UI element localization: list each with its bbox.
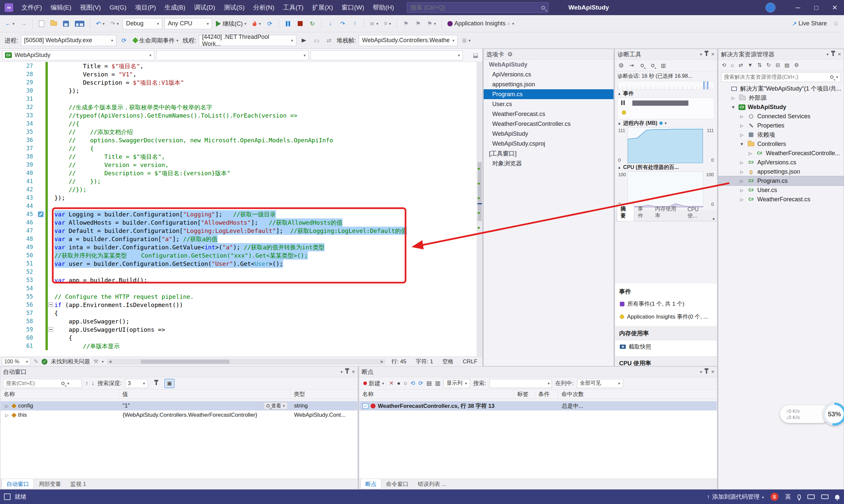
breakpoints-search-input[interactable] bbox=[492, 380, 545, 386]
keyboard-icon[interactable] bbox=[807, 494, 815, 499]
tree-item-WeatherForecastControlle...[interactable]: ▷C#WeatherForecastControlle... bbox=[718, 148, 844, 158]
tree-item-外部源[interactable]: ▷外部源 bbox=[718, 93, 844, 103]
zoom-dropdown[interactable]: 100 %▾ bbox=[2, 358, 30, 366]
scroll-left-arrow[interactable]: ◀ bbox=[107, 359, 113, 364]
undo-button[interactable]: ↶▾ bbox=[94, 18, 106, 30]
memory-chart[interactable] bbox=[627, 127, 703, 163]
in-column-dropdown[interactable]: 全部可见▾ bbox=[577, 379, 623, 388]
search-next-icon[interactable]: ↓ bbox=[92, 380, 94, 387]
zoom-out-icon[interactable] bbox=[650, 62, 656, 69]
line-indicator[interactable]: 行: 45 bbox=[389, 358, 409, 365]
memory-usage-circle[interactable]: 53% bbox=[823, 402, 844, 426]
events-track[interactable] bbox=[618, 97, 714, 119]
breakpoint-row[interactable]: ✓WeatherForecastController.cs, 行 38 字符 1… bbox=[359, 401, 717, 411]
expander-icon[interactable]: ▷ bbox=[739, 160, 745, 165]
vertical-tab-对象浏览器[interactable]: 对象浏览器 bbox=[484, 159, 614, 168]
editor-vertical-scrollbar[interactable] bbox=[477, 62, 482, 356]
code-text[interactable]: //{ bbox=[54, 120, 80, 128]
sogou-input-icon[interactable]: S bbox=[771, 493, 778, 501]
switch-views-icon[interactable]: ⇄ bbox=[739, 62, 743, 68]
autos-search-box[interactable]: ▾ bbox=[3, 379, 82, 388]
delete-breakpoint-icon[interactable]: ✕ bbox=[389, 380, 394, 387]
breakpoint-checkbox[interactable]: ✓ bbox=[363, 403, 368, 409]
close-icon[interactable]: × bbox=[711, 51, 714, 57]
minimize-button[interactable]: ─ bbox=[789, 0, 807, 15]
scroll-right-arrow[interactable]: ▶ bbox=[379, 359, 385, 364]
diag-tab-内存使用率[interactable]: 内存使用率 bbox=[652, 203, 684, 221]
menu-item-项目(P)[interactable]: 项目(P) bbox=[131, 0, 160, 15]
zoom-in-icon[interactable] bbox=[639, 62, 645, 69]
solution-configuration-dropdown[interactable]: Debug▾ bbox=[123, 18, 162, 29]
code-text[interactable]: // Configure the HTTP request pipeline. bbox=[54, 292, 194, 301]
settings-gear-icon[interactable]: ⚙ bbox=[618, 62, 624, 69]
feedback-button[interactable]: ☺ bbox=[831, 18, 841, 30]
code-text[interactable]: var inta = builder.Configuration.GetValu… bbox=[54, 243, 324, 251]
ime-indicator[interactable]: 英 bbox=[785, 493, 791, 501]
menu-item-分析(N)[interactable]: 分析(N) bbox=[249, 0, 279, 15]
menu-item-生成(B)[interactable]: 生成(B) bbox=[160, 0, 190, 15]
interactive-window-icon[interactable]: ✎ bbox=[34, 358, 38, 365]
bottom-tab-自动窗口[interactable]: 自动窗口 bbox=[2, 479, 34, 489]
test-explorer-button[interactable]: ≡▾ bbox=[382, 18, 393, 30]
expander-icon[interactable]: ▷ bbox=[4, 403, 10, 409]
member-dropdown[interactable]: ▾ bbox=[311, 50, 463, 60]
solution-platform-dropdown[interactable]: Any CPU▾ bbox=[165, 18, 212, 29]
restart-button[interactable]: ↻ bbox=[307, 18, 317, 30]
cpu-section-header[interactable]: ▲CPU (所有处理器的百... bbox=[615, 163, 717, 171]
app-insights-events-link[interactable]: Application Insights 事件(0 个, ... bbox=[615, 310, 717, 323]
code-text[interactable]: // //添加文档介绍 bbox=[54, 128, 133, 136]
back-icon[interactable]: ⟲ bbox=[722, 62, 726, 68]
bottom-tab-监视 1[interactable]: 监视 1 bbox=[66, 479, 91, 489]
stop-debugging-button[interactable] bbox=[295, 18, 305, 30]
code-text[interactable]: //生成多个版本显示，获取枚举类中的每个枚举的名字 bbox=[54, 103, 212, 111]
code-text[interactable]: //获取并序列化为某某类型 Configuration.GetSection("… bbox=[54, 251, 308, 259]
toolbar-options-button[interactable]: ≣▾ bbox=[460, 35, 472, 47]
code-text[interactable]: // }); bbox=[54, 177, 101, 185]
solution-search-input[interactable] bbox=[724, 74, 828, 80]
go-to-disassembly-icon[interactable]: ▥ bbox=[435, 380, 440, 387]
bottom-tab-局部变量[interactable]: 局部变量 bbox=[34, 479, 66, 489]
code-text[interactable]: Description = $"项目名:V1版本" bbox=[54, 78, 184, 87]
pin-values-icon[interactable] bbox=[151, 379, 161, 388]
speed-widget[interactable]: ↑0 K/s ↓0 K/s 53% bbox=[780, 402, 844, 426]
step-into-button[interactable]: ↓ bbox=[325, 18, 335, 30]
column-name[interactable]: 名称 bbox=[0, 390, 119, 399]
disable-all-icon[interactable]: ● bbox=[397, 380, 400, 387]
previous-frame-button[interactable]: ⇄ bbox=[324, 35, 334, 47]
vertical-tab-WeatherForecast.cs[interactable]: WeatherForecast.cs bbox=[484, 109, 614, 119]
new-breakpoint-button[interactable]: 新建▾ bbox=[362, 379, 386, 388]
code-text[interactable]: // Title = $"项目名", bbox=[54, 152, 165, 161]
enable-all-icon[interactable]: ○ bbox=[404, 380, 407, 387]
export-breakpoints-icon[interactable]: ⟲ bbox=[411, 380, 415, 387]
tree-item-User.cs[interactable]: ▷C#User.cs bbox=[718, 185, 844, 195]
expander-icon[interactable]: ▷ bbox=[739, 197, 745, 202]
search-depth-dropdown[interactable]: 3▾ bbox=[125, 379, 148, 388]
column-condition[interactable]: 条件 bbox=[535, 390, 558, 399]
timeline-ruler[interactable] bbox=[618, 81, 714, 90]
code-text[interactable]: var Logging = builder.Configuration["Log… bbox=[54, 210, 276, 218]
timeline-selection[interactable] bbox=[704, 82, 708, 89]
flag-threads-button[interactable] bbox=[299, 35, 309, 47]
refresh-icon[interactable]: ↻ bbox=[767, 62, 771, 68]
split-window-button[interactable]: ⬓ bbox=[470, 49, 480, 61]
apply-code-changes-button[interactable]: ⟳ bbox=[265, 18, 275, 30]
expander-icon[interactable]: ▷ bbox=[739, 114, 745, 119]
step-over-button[interactable]: ↷ bbox=[338, 18, 347, 30]
code-text[interactable]: var user = builder.Configuration.GetSect… bbox=[54, 259, 283, 268]
show-columns-dropdown[interactable]: 显示列▾ bbox=[444, 379, 470, 388]
window-position-icon[interactable]: ▾ bbox=[341, 370, 343, 374]
menu-item-扩展(X)[interactable]: 扩展(X) bbox=[308, 0, 337, 15]
close-icon[interactable]: × bbox=[838, 51, 841, 57]
gear-icon[interactable]: ⚙ bbox=[507, 51, 513, 58]
expander-icon[interactable]: ▷ bbox=[747, 151, 753, 156]
diagnostics-button[interactable]: ≋▾ bbox=[368, 18, 380, 30]
diag-tab-摘要[interactable]: 摘要 bbox=[617, 203, 634, 221]
vertical-tab-User.cs[interactable]: User.cs bbox=[484, 99, 614, 109]
export-icon[interactable]: ⇥ bbox=[629, 62, 635, 69]
column-label[interactable]: 标签 bbox=[514, 390, 535, 399]
column-hitcount[interactable]: 命中次数 bbox=[558, 390, 717, 399]
break-all-button[interactable] bbox=[283, 18, 293, 30]
expander-icon[interactable]: ▷ bbox=[730, 95, 736, 101]
show-all-files-icon[interactable]: ▤ bbox=[785, 62, 790, 68]
tab-overflow-icon[interactable]: ▸ bbox=[711, 216, 717, 221]
